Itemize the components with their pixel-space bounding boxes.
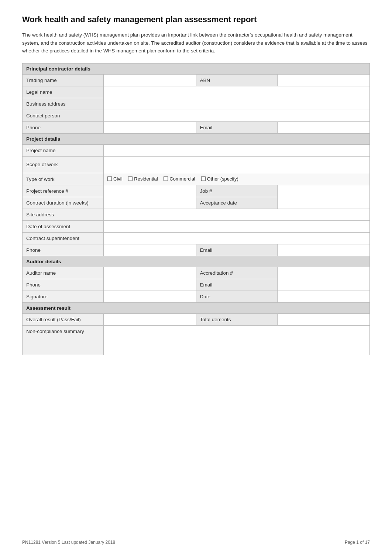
value-project-reference[interactable]	[104, 185, 196, 197]
table-row: Auditor name Accreditation #	[23, 267, 370, 279]
label-non-compliance: Non-compliance summary	[23, 326, 104, 355]
label-auditor-name: Auditor name	[23, 267, 104, 279]
value-overall-result[interactable]	[104, 314, 196, 326]
label-trading-name: Trading name	[23, 74, 104, 86]
value-abn[interactable]	[277, 74, 370, 86]
section-header-assessment: Assessment result	[23, 303, 370, 314]
table-row: Signature Date	[23, 291, 370, 303]
value-project-name[interactable]	[104, 144, 370, 156]
section-header-principal: Principal contractor details	[23, 63, 370, 74]
label-contract-superintendent: Contract superintendent	[23, 233, 104, 244]
value-accreditation[interactable]	[277, 267, 370, 279]
value-email-2[interactable]	[277, 244, 370, 256]
table-row: Type of work Civil Residential Commercia…	[23, 173, 370, 185]
label-site-address: Site address	[23, 209, 104, 221]
label-date-of-assessment: Date of assessment	[23, 221, 104, 233]
type-of-work-options: Civil Residential Commercial Other (spec…	[104, 173, 370, 185]
value-total-demerits[interactable]	[277, 314, 370, 326]
table-row: Trading name ABN	[23, 74, 370, 86]
label-overall-result: Overall result (Pass/Fail)	[23, 314, 104, 326]
value-contract-superintendent[interactable]	[104, 233, 370, 244]
section-header-auditor: Auditor details	[23, 256, 370, 267]
value-scope-of-work[interactable]	[104, 156, 370, 173]
label-date: Date	[196, 291, 277, 303]
value-phone-2[interactable]	[104, 244, 196, 256]
value-signature[interactable]	[104, 291, 196, 303]
table-row: Overall result (Pass/Fail) Total demerit…	[23, 314, 370, 326]
table-row: Non-compliance summary	[23, 326, 370, 355]
radio-label-other: Other (specify)	[207, 176, 238, 182]
label-phone-3: Phone	[23, 279, 104, 291]
section-header-auditor-label: Auditor details	[23, 256, 370, 267]
label-email-3: Email	[196, 279, 277, 291]
radio-label-residential: Residential	[134, 176, 158, 182]
value-trading-name[interactable]	[104, 74, 196, 86]
table-row: Project reference # Job #	[23, 185, 370, 197]
label-phone-2: Phone	[23, 244, 104, 256]
value-business-address[interactable]	[104, 98, 370, 110]
radio-box-civil	[107, 176, 112, 181]
label-legal-name: Legal name	[23, 86, 104, 98]
value-contract-duration[interactable]	[104, 197, 196, 209]
table-row: Contract duration (in weeks) Acceptance …	[23, 197, 370, 209]
value-contact-person[interactable]	[104, 110, 370, 121]
label-signature: Signature	[23, 291, 104, 303]
table-row: Contract superintendent	[23, 233, 370, 244]
table-row: Contact person	[23, 110, 370, 121]
radio-civil[interactable]: Civil	[107, 176, 123, 182]
value-phone-3[interactable]	[104, 279, 196, 291]
table-row: Phone Email	[23, 121, 370, 133]
label-business-address: Business address	[23, 98, 104, 110]
label-accreditation: Accreditation #	[196, 267, 277, 279]
table-row: Scope of work	[23, 156, 370, 173]
label-total-demerits: Total demerits	[196, 314, 277, 326]
table-row: Date of assessment	[23, 221, 370, 233]
main-table: Principal contractor details Trading nam…	[22, 63, 370, 356]
label-contract-duration: Contract duration (in weeks)	[23, 197, 104, 209]
table-row: Legal name	[23, 86, 370, 98]
footer: PN11281 Version 5 Last updated January 2…	[22, 540, 370, 545]
radio-box-residential	[128, 176, 133, 181]
label-email-2: Email	[196, 244, 277, 256]
radio-commercial[interactable]: Commercial	[164, 176, 195, 182]
label-phone-1: Phone	[23, 121, 104, 133]
radio-label-civil: Civil	[113, 176, 123, 182]
radio-residential[interactable]: Residential	[128, 176, 158, 182]
radio-label-commercial: Commercial	[169, 176, 195, 182]
table-row: Business address	[23, 98, 370, 110]
label-contact-person: Contact person	[23, 110, 104, 121]
footer-right: Page 1 of 17	[345, 540, 370, 545]
radio-box-commercial	[164, 176, 168, 181]
section-header-project-label: Project details	[23, 133, 370, 144]
value-auditor-name[interactable]	[104, 267, 196, 279]
label-acceptance-date: Acceptance date	[196, 197, 277, 209]
value-phone-1[interactable]	[104, 121, 196, 133]
radio-box-other	[201, 176, 206, 181]
table-row: Phone Email	[23, 279, 370, 291]
value-job-number[interactable]	[277, 185, 370, 197]
label-email-1: Email	[196, 121, 277, 133]
label-project-reference: Project reference #	[23, 185, 104, 197]
table-row: Phone Email	[23, 244, 370, 256]
intro-text: The work health and safety (WHS) managem…	[22, 31, 370, 55]
section-header-project: Project details	[23, 133, 370, 144]
label-type-of-work: Type of work	[23, 173, 104, 185]
label-job-number: Job #	[196, 185, 277, 197]
page-title: Work health and safety management plan a…	[22, 15, 370, 24]
section-header-principal-label: Principal contractor details	[23, 63, 370, 74]
footer-left: PN11281 Version 5 Last updated January 2…	[22, 540, 115, 545]
value-legal-name[interactable]	[104, 86, 370, 98]
value-email-3[interactable]	[277, 279, 370, 291]
value-site-address[interactable]	[104, 209, 370, 221]
value-acceptance-date[interactable]	[277, 197, 370, 209]
table-row: Site address	[23, 209, 370, 221]
value-non-compliance[interactable]	[104, 326, 370, 355]
label-abn: ABN	[196, 74, 277, 86]
value-date[interactable]	[277, 291, 370, 303]
section-header-assessment-label: Assessment result	[23, 303, 370, 314]
value-email-1[interactable]	[277, 121, 370, 133]
value-date-of-assessment[interactable]	[104, 221, 370, 233]
table-row: Project name	[23, 144, 370, 156]
radio-other[interactable]: Other (specify)	[201, 176, 238, 182]
label-project-name: Project name	[23, 144, 104, 156]
